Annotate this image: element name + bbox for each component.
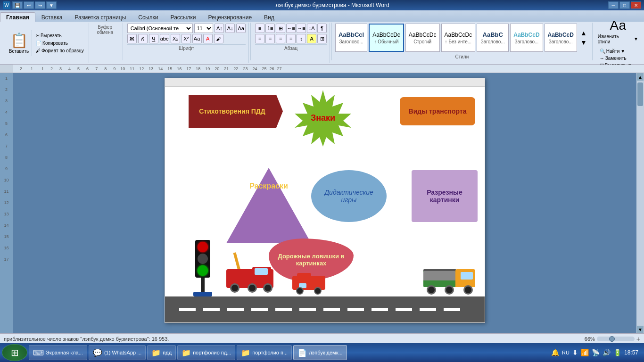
shape-stih[interactable]: Стихотворения ПДД bbox=[189, 95, 283, 128]
font-group: Calibri (Основной те 11 A↑ A↓ Aa Ж К Ч а… bbox=[124, 23, 249, 63]
styles-down-btn[interactable]: ▼ bbox=[580, 39, 587, 46]
svg-text:Знаки: Знаки bbox=[311, 113, 335, 123]
increase-indent-btn[interactable]: →≡ bbox=[297, 24, 306, 33]
style-strict[interactable]: AaBbCcDc Строгий bbox=[405, 24, 440, 52]
dump-bed bbox=[423, 269, 456, 287]
tab-view[interactable]: Вид bbox=[258, 12, 281, 22]
taskbar-portfolio2[interactable]: 📁 портфолио п... bbox=[237, 345, 292, 360]
tab-review[interactable]: Рецензирование bbox=[202, 12, 258, 22]
font-size-select[interactable]: 11 bbox=[194, 24, 213, 33]
clear-format-btn[interactable]: Аа bbox=[192, 34, 202, 43]
save-quick-btn[interactable]: 💾 bbox=[12, 1, 23, 9]
shape-razrez[interactable]: Разрезные картинки bbox=[412, 170, 478, 222]
style-normal[interactable]: AaBbCcDc ↑ Обычный bbox=[369, 24, 404, 52]
replace-btn[interactable]: ↔ Заменить bbox=[598, 55, 638, 61]
customize-btn[interactable]: ▼ bbox=[46, 1, 57, 9]
close-btn[interactable]: ✕ bbox=[631, 1, 641, 9]
zoom-thumb[interactable] bbox=[609, 336, 615, 342]
scroll-thumb[interactable] bbox=[637, 82, 643, 106]
maximize-btn[interactable]: □ bbox=[619, 1, 630, 9]
tray-volume-icon: 🔊 bbox=[603, 349, 611, 356]
screen-kbd-icon: ⌨ bbox=[33, 348, 44, 357]
title-bar: W 💾 ↩ ↪ ▼ лэпбук демко бурмистрова - Mic… bbox=[0, 0, 644, 10]
underline-btn[interactable]: Ч bbox=[149, 34, 158, 43]
taskbar-lepbuk[interactable]: 📄 лэпбук демк... bbox=[293, 345, 347, 360]
shape-didakt[interactable]: Дидактические игры bbox=[311, 170, 387, 222]
change-styles-btn[interactable]: Изменить стили▼ bbox=[598, 34, 638, 44]
scroll-down-btn[interactable]: ▼ bbox=[637, 326, 644, 333]
zoom-bar: 66% + bbox=[585, 335, 640, 343]
style-no-spacing[interactable]: AaBbCcDc ↑ Без инте... bbox=[441, 24, 476, 52]
multilevel-btn[interactable]: ⊞ bbox=[276, 24, 285, 33]
align-right-btn[interactable]: ≡ bbox=[276, 34, 285, 43]
tab-home[interactable]: Главная bbox=[0, 12, 35, 22]
bold-btn[interactable]: Ж bbox=[127, 34, 137, 43]
font-family-select[interactable]: Calibri (Основной те bbox=[127, 24, 193, 33]
font-shrink-btn[interactable]: A↓ bbox=[225, 24, 235, 33]
taskbar-portfolio1[interactable]: 📁 портфолио пд... bbox=[177, 345, 235, 360]
shape-raskraski-container[interactable]: Раскраски bbox=[226, 163, 311, 248]
copy-btn[interactable]: 📄 Копировать bbox=[34, 40, 86, 46]
tray-lang[interactable]: RU bbox=[562, 350, 570, 355]
align-center-btn[interactable]: ≡ bbox=[265, 34, 275, 43]
style-heading[interactable]: AaBbCcl Заголово... bbox=[335, 24, 367, 52]
document-scroll-area[interactable]: Стихотворения ПДД Знаки Виды транспорта bbox=[13, 73, 636, 333]
taskbar-whatsapp[interactable]: 💬 (1) WhatsApp ... bbox=[89, 345, 146, 360]
taskbar-pdd[interactable]: 📁 пдд bbox=[147, 345, 176, 360]
shape-stih-label: Стихотворения ПДД bbox=[199, 107, 272, 115]
shape-znaki-container[interactable]: Знаки bbox=[292, 88, 354, 149]
whatsapp-icon: 💬 bbox=[93, 348, 102, 357]
style-heading3[interactable]: AaBbCcD Заголово... bbox=[510, 24, 543, 52]
clipboard-secondary: ✂ Вырезать 📄 Копировать 🖌 Формат по обра… bbox=[34, 33, 86, 54]
ribbon-tabs[interactable]: Главная Вставка Разметка страницы Ссылки… bbox=[0, 10, 644, 22]
highlight-btn[interactable]: 🖌 bbox=[214, 34, 223, 43]
bullets-btn[interactable]: ≡ bbox=[255, 24, 264, 33]
taskbar-screen-kbd[interactable]: ⌨ Экранная кла... bbox=[29, 345, 87, 360]
vertical-scrollbar[interactable]: ▲ ▼ bbox=[636, 73, 644, 333]
find-btn[interactable]: 🔍 Найти ▼ bbox=[598, 48, 638, 54]
shape-transport[interactable]: Виды транспорта bbox=[400, 97, 475, 125]
decrease-indent-btn[interactable]: ←≡ bbox=[286, 24, 296, 33]
taskbar-screen-kbd-label: Экранная кла... bbox=[46, 350, 83, 355]
taskbar-portfolio1-label: портфолио пд... bbox=[193, 350, 231, 355]
text-color-btn[interactable]: А bbox=[203, 34, 213, 43]
folder-pdd-icon: 📁 bbox=[151, 348, 161, 357]
superscript-btn[interactable]: X² bbox=[182, 34, 191, 43]
tab-mailings[interactable]: Рассылки bbox=[165, 12, 202, 22]
format-painter-btn[interactable]: 🖌 Формат по образцу bbox=[34, 48, 86, 54]
subscript-btn[interactable]: X₂ bbox=[171, 34, 180, 43]
start-button[interactable]: ⊞ bbox=[2, 344, 27, 361]
style-heading2[interactable]: AaBbC Заголово... bbox=[477, 24, 509, 52]
italic-btn[interactable]: К bbox=[138, 34, 148, 43]
shading-btn[interactable]: A bbox=[307, 34, 316, 43]
align-left-btn[interactable]: ≡ bbox=[255, 34, 264, 43]
change-case-btn[interactable]: Aa bbox=[236, 24, 246, 33]
zoom-in-btn[interactable]: + bbox=[636, 335, 640, 343]
redo-btn[interactable]: ↪ bbox=[35, 1, 45, 9]
style-heading4[interactable]: AaBbCcD Заголово... bbox=[545, 24, 577, 52]
road bbox=[165, 296, 485, 322]
justify-btn[interactable]: ≡ bbox=[286, 34, 296, 43]
paste-button[interactable]: 📋 Вставить bbox=[5, 30, 32, 56]
numbering-btn[interactable]: 1≡ bbox=[265, 24, 275, 33]
show-para-btn[interactable]: ¶ bbox=[317, 24, 327, 33]
zoom-slider[interactable] bbox=[597, 337, 635, 341]
window-controls[interactable]: ─ □ ✕ bbox=[608, 1, 641, 9]
quick-access-toolbar[interactable]: 💾 ↩ ↪ ▼ bbox=[12, 1, 57, 9]
font-grow-btn[interactable]: A↑ bbox=[215, 24, 224, 33]
taskbar-whatsapp-label: (1) WhatsApp ... bbox=[104, 350, 141, 355]
line-spacing-btn[interactable]: ↕ bbox=[297, 34, 306, 43]
tab-layout[interactable]: Разметка страницы bbox=[68, 12, 132, 22]
tab-insert[interactable]: Вставка bbox=[35, 12, 69, 22]
borders-btn[interactable]: ⊞ bbox=[317, 34, 327, 43]
cut-btn[interactable]: ✂ Вырезать bbox=[34, 33, 86, 39]
styles-up-btn[interactable]: ▲ bbox=[580, 29, 587, 37]
road-dash bbox=[323, 308, 340, 311]
scroll-up-btn[interactable]: ▲ bbox=[637, 73, 644, 81]
styles-scroll[interactable]: ▲ ▼ bbox=[578, 29, 589, 46]
undo-btn[interactable]: ↩ bbox=[24, 1, 34, 9]
strikethrough-btn[interactable]: аbc bbox=[160, 34, 169, 43]
tab-references[interactable]: Ссылки bbox=[132, 12, 164, 22]
minimize-btn[interactable]: ─ bbox=[608, 1, 619, 9]
sort-btn[interactable]: ↕A bbox=[307, 24, 316, 33]
